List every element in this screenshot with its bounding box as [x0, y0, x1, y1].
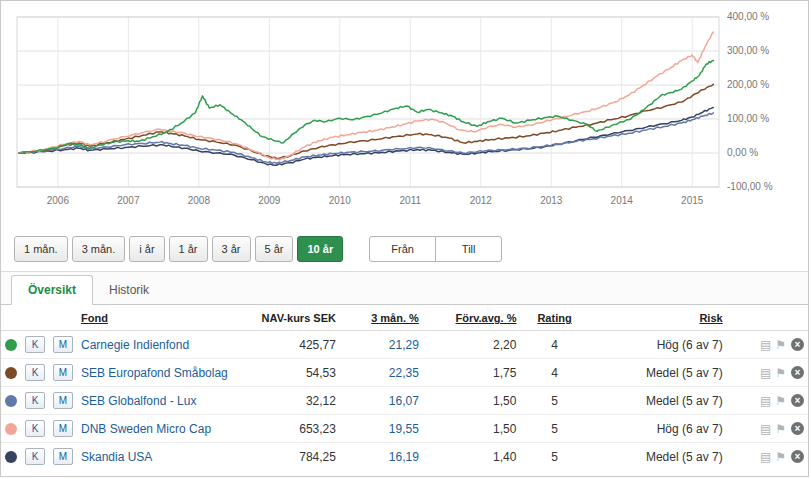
return-3m-cell: 22,35 [340, 359, 423, 387]
row-actions-cell: ▤⚑× [727, 359, 808, 387]
table-row: KMCarnegie Indienfond425,7721,292,204Hög… [1, 331, 808, 359]
buy-button-cell: K [21, 415, 49, 443]
fund-link[interactable]: SEB Globalfond - Lux [81, 394, 196, 408]
range-button-group: 1 mån.3 mån.i år1 år3 år5 år10 år [14, 236, 343, 262]
y-axis-label: 300,00 % [727, 45, 769, 56]
return-3m-cell: 16,19 [340, 443, 423, 471]
bookmark-icon[interactable]: ⚑ [775, 366, 786, 380]
monthly-save-button[interactable]: M [53, 420, 73, 437]
x-axis-label: 2012 [470, 195, 493, 206]
range-button-5-r[interactable]: 5 år [255, 236, 294, 262]
x-axis-label: 2006 [47, 195, 70, 206]
x-axis-label: 2008 [188, 195, 211, 206]
return-3m-link[interactable]: 16,07 [389, 394, 419, 408]
fund-link[interactable]: Skandia USA [81, 450, 152, 464]
series-color-dot [5, 423, 17, 435]
bookmark-icon[interactable]: ⚑ [775, 338, 786, 352]
return-3m-link[interactable]: 21,29 [389, 338, 419, 352]
return-3m-cell: 16,07 [340, 387, 423, 415]
x-axis-label: 2014 [611, 195, 634, 206]
buy-button[interactable]: K [25, 448, 45, 465]
range-button-3-r[interactable]: 3 år [212, 236, 251, 262]
return-3m-link[interactable]: 19,55 [389, 422, 419, 436]
fund-link[interactable]: SEB Europafond Småbolag [81, 366, 228, 380]
column-header-actions [727, 305, 808, 331]
monthly-save-button[interactable]: M [53, 364, 73, 381]
return-3m-link[interactable]: 22,35 [389, 366, 419, 380]
series-dot-cell [1, 387, 21, 415]
monthly-button-cell: M [49, 387, 77, 415]
buy-button[interactable]: K [25, 364, 45, 381]
document-icon[interactable]: ▤ [760, 366, 771, 380]
column-header-3-m-n[interactable]: 3 mån. % [340, 305, 423, 331]
fund-link[interactable]: Carnegie Indienfond [81, 338, 189, 352]
fund-name-cell: DNB Sweden Micro Cap [77, 415, 232, 443]
series-dot-cell [1, 415, 21, 443]
tab-historik[interactable]: Historik [93, 276, 165, 304]
remove-icon[interactable]: × [791, 450, 804, 463]
document-icon[interactable]: ▤ [760, 338, 771, 352]
table-row: KMSEB Globalfond - Lux32,1216,071,505Med… [1, 387, 808, 415]
series-dot-cell [1, 331, 21, 359]
y-axis-label: 400,00 % [727, 11, 769, 22]
fund-name-cell: SEB Europafond Småbolag [77, 359, 232, 387]
fee-value-cell: 1,50 [423, 387, 521, 415]
y-axis-label: 0,00 % [727, 147, 758, 158]
time-range-toolbar: 1 mån.3 mån.i år1 år3 år5 år10 år Från T… [1, 227, 808, 271]
tab-versikt[interactable]: Översikt [11, 275, 93, 305]
series-color-dot [5, 451, 17, 463]
column-header-rating[interactable]: Rating [520, 305, 588, 331]
buy-button-cell: K [21, 387, 49, 415]
monthly-save-button[interactable]: M [53, 448, 73, 465]
monthly-button-cell: M [49, 359, 77, 387]
range-button-10-r[interactable]: 10 år [297, 236, 343, 262]
fund-comparison-panel: 400,00 %300,00 %200,00 %100,00 %0,00 %-1… [0, 0, 809, 477]
range-button-1-m-n[interactable]: 1 mån. [14, 236, 68, 262]
document-icon[interactable]: ▤ [760, 422, 771, 436]
monthly-button-cell: M [49, 443, 77, 471]
document-icon[interactable]: ▤ [760, 394, 771, 408]
range-button-i-r[interactable]: i år [129, 236, 164, 262]
range-button-1-r[interactable]: 1 år [169, 236, 208, 262]
column-spacer [1, 305, 77, 331]
from-date-button[interactable]: Från [369, 236, 436, 262]
remove-icon[interactable]: × [791, 422, 804, 435]
buy-button[interactable]: K [25, 336, 45, 353]
monthly-save-button[interactable]: M [53, 392, 73, 409]
series-color-dot [5, 367, 17, 379]
to-date-button[interactable]: Till [435, 236, 502, 262]
return-3m-link[interactable]: 16,19 [389, 450, 419, 464]
table-row: KMSEB Europafond Småbolag54,5322,351,754… [1, 359, 808, 387]
x-axis-label: 2015 [681, 195, 704, 206]
nav-value-cell: 653,23 [232, 415, 340, 443]
remove-icon[interactable]: × [791, 338, 804, 351]
fund-name-cell: Carnegie Indienfond [77, 331, 232, 359]
monthly-save-button[interactable]: M [53, 336, 73, 353]
buy-button[interactable]: K [25, 420, 45, 437]
bookmark-icon[interactable]: ⚑ [775, 450, 786, 464]
bookmark-icon[interactable]: ⚑ [775, 422, 786, 436]
remove-icon[interactable]: × [791, 394, 804, 407]
return-3m-cell: 21,29 [340, 331, 423, 359]
fee-value-cell: 1,40 [423, 443, 521, 471]
performance-chart: 400,00 %300,00 %200,00 %100,00 %0,00 %-1… [1, 1, 808, 227]
range-button-3-m-n[interactable]: 3 mån. [72, 236, 126, 262]
column-header-f-rv-avg[interactable]: Förv.avg. % [423, 305, 521, 331]
buy-button[interactable]: K [25, 392, 45, 409]
column-header-risk[interactable]: Risk [589, 305, 727, 331]
x-axis-label: 2010 [329, 195, 352, 206]
fund-link[interactable]: DNB Sweden Micro Cap [81, 422, 211, 436]
column-header-fond[interactable]: Fond [77, 305, 232, 331]
risk-value-cell: Medel (5 av 7) [589, 443, 727, 471]
y-axis-label: -100,00 % [727, 181, 773, 192]
remove-icon[interactable]: × [791, 366, 804, 379]
table-header-row: FondNAV-kurs SEK3 mån. %Förv.avg. %Ratin… [1, 305, 808, 331]
document-icon[interactable]: ▤ [760, 450, 771, 464]
date-range-group: Från Till [369, 236, 502, 262]
buy-button-cell: K [21, 331, 49, 359]
fee-value-cell: 1,50 [423, 415, 521, 443]
nav-value-cell: 784,25 [232, 443, 340, 471]
bookmark-icon[interactable]: ⚑ [775, 394, 786, 408]
y-axis-label: 100,00 % [727, 113, 769, 124]
rating-value-cell: 5 [520, 387, 588, 415]
